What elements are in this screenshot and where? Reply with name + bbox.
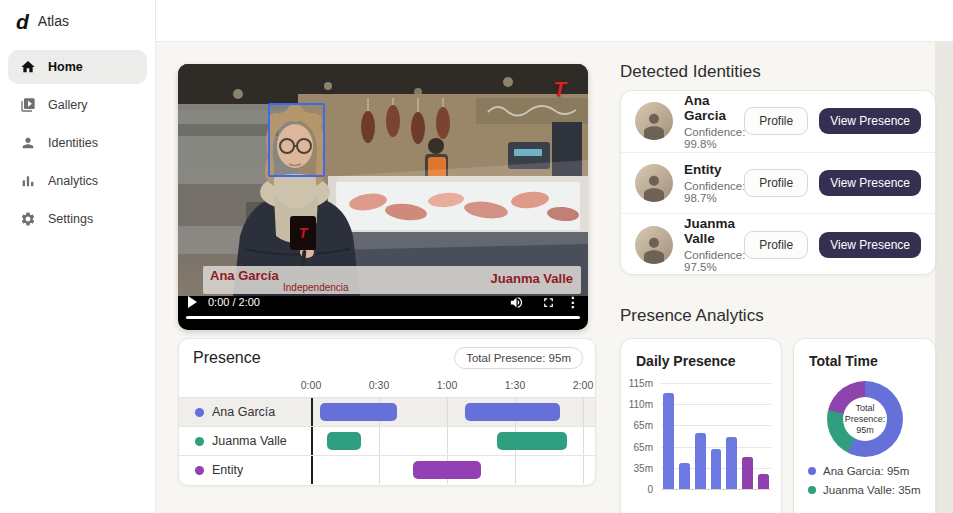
video-frame-market-scene [178, 64, 588, 296]
gridline [447, 427, 448, 455]
gridline [515, 456, 516, 484]
profile-button[interactable]: Profile [744, 169, 808, 197]
legend-dot [195, 437, 204, 446]
lower-third-subtitle: Independencia [283, 282, 349, 293]
sidebar-item-label: Identities [48, 136, 98, 150]
y-axis-tick-label: 110m [629, 399, 653, 410]
total-presence-badge: Total Presence: 95m [454, 347, 583, 369]
daily-bar [695, 433, 706, 489]
gridline [661, 489, 771, 490]
total-time-card: Total Time TotalPresence:95m Ana Garcia:… [793, 338, 936, 513]
donut-center-label: TotalPresence:95m [827, 381, 903, 457]
presence-title: Presence [193, 349, 261, 367]
sidebar-item-analytics[interactable]: Analytics [8, 164, 147, 198]
gallery-icon [20, 97, 36, 113]
y-axis-tick-label: 65m [634, 420, 653, 431]
gridline [583, 427, 584, 455]
identity-name: Ana Garcia [684, 93, 733, 123]
legend-dot [195, 408, 204, 417]
profile-button[interactable]: Profile [744, 107, 808, 135]
play-button[interactable] [188, 296, 197, 308]
home-icon [20, 59, 36, 75]
app-logo: d Atlas [0, 0, 155, 42]
y-axis-tick-label: 35m [634, 462, 653, 473]
identity-confidence: Confidence: 98.7% [684, 180, 733, 204]
presence-bar [465, 403, 560, 421]
topbar [156, 0, 953, 42]
daily-bar [663, 393, 674, 489]
more-options-icon[interactable]: ⋮ [566, 294, 580, 310]
identity-row: Ana Garcia Confidence: 99.8% Profile Vie… [621, 91, 935, 153]
fullscreen-icon[interactable] [541, 295, 556, 310]
legend-row: Juanma Valle: 35m [808, 484, 927, 496]
presence-analytics-title: Presence Analytics [620, 306, 764, 326]
legend-label: Ana Garcia: 95m [823, 465, 909, 477]
donut-center-text: 95m [856, 425, 874, 436]
presence-bar [320, 403, 397, 421]
view-presence-button[interactable]: View Presence [819, 232, 921, 258]
presence-card: Presence Total Presence: 95m 0:000:301:0… [178, 338, 596, 486]
gridline [379, 456, 380, 484]
daily-plot [661, 383, 771, 489]
presence-bar [497, 432, 567, 450]
sidebar-item-label: Settings [48, 212, 93, 226]
daily-bar [679, 463, 690, 490]
presence-rows: Ana García Juanma Valle Entity [179, 397, 595, 484]
playhead-line [311, 456, 313, 484]
video-controls: 0:00 / 2:00 ⋮ [178, 294, 588, 312]
profile-button[interactable]: Profile [744, 231, 808, 259]
presence-axis: 0:000:301:001:302:00 [179, 377, 595, 397]
face-detection-box [268, 103, 325, 177]
avatar [635, 226, 673, 264]
lower-third-banner: Ana García Independencia Juanma Valle [203, 266, 581, 294]
identity-row: Juanma Valle Confidence: 97.5% Profile V… [621, 214, 935, 275]
detected-identities-title: Detected Identities [620, 62, 761, 82]
sidebar-item-identities[interactable]: Identities [8, 126, 147, 160]
identity-row: Entity Confidence: 98.7% Profile View Pr… [621, 153, 935, 215]
identity-name: Juanma Valle [684, 216, 733, 246]
sidebar-nav: Home Gallery Identities Analytics Settin… [0, 42, 155, 248]
legend-dot [808, 467, 816, 475]
sidebar: d Atlas Home Gallery Identities Analytic… [0, 0, 156, 513]
identity-name: Entity [684, 162, 733, 177]
identities-card: Ana Garcia Confidence: 99.8% Profile Vie… [620, 90, 936, 275]
axis-tick-label: 0:00 [301, 379, 321, 391]
mic-flag-icon: T [290, 216, 316, 250]
bar-chart-icon [20, 173, 36, 189]
sidebar-item-gallery[interactable]: Gallery [8, 88, 147, 122]
video-progress-bar[interactable] [186, 316, 580, 319]
legend-dot [808, 486, 816, 494]
donut-legend: Ana Garcia: 95m Juanma Valle: 35m [808, 465, 927, 503]
identity-confidence: Confidence: 99.8% [684, 126, 733, 150]
sidebar-item-home[interactable]: Home [8, 50, 147, 84]
sidebar-item-label: Gallery [48, 98, 88, 112]
presence-bar [413, 461, 481, 479]
daily-bar [726, 437, 737, 489]
brand-name: Atlas [38, 13, 69, 29]
daily-bar [758, 474, 769, 489]
view-presence-button[interactable]: View Presence [819, 170, 921, 196]
volume-icon[interactable] [509, 295, 524, 310]
main-content: T T Ana García Independencia Juanma Vall… [156, 42, 953, 513]
sidebar-item-settings[interactable]: Settings [8, 202, 147, 236]
lower-third-right-name: Juanma Valle [491, 271, 573, 286]
avatar [635, 102, 673, 140]
donut-center-text: Total [855, 403, 874, 414]
page-background-strip [935, 42, 953, 513]
daily-ylabels: 115m110m65m65m35m0 [623, 383, 657, 489]
total-time-title: Total Time [809, 353, 878, 369]
person-icon [20, 135, 36, 151]
video-player[interactable]: T T Ana García Independencia Juanma Vall… [178, 64, 588, 330]
gridline [379, 427, 380, 455]
playhead-line [311, 427, 313, 455]
presence-bar [327, 432, 361, 450]
gear-icon [20, 211, 36, 227]
view-presence-button[interactable]: View Presence [819, 108, 921, 134]
video-timestamp: 0:00 / 2:00 [208, 296, 260, 308]
daily-presence-title: Daily Presence [636, 353, 736, 369]
brand-logo-icon: d [16, 11, 29, 32]
lower-third-left-name: Ana García [210, 268, 279, 283]
gridline [583, 456, 584, 484]
donut-center-text: Presence: [845, 414, 886, 425]
channel-logo-icon: T [553, 78, 566, 99]
